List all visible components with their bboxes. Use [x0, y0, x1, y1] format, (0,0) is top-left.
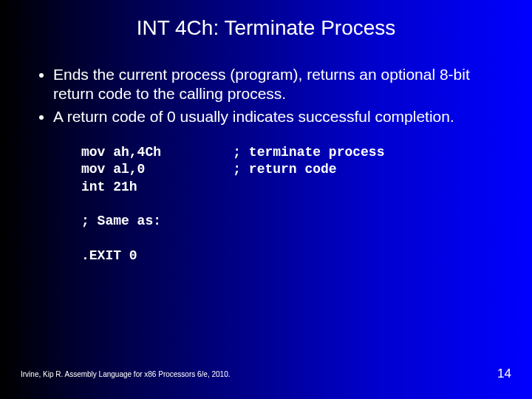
code-block: mov ah,4Ch ; terminate process mov al,0 … — [81, 144, 495, 265]
bullet-item: Ends the current process (program), retu… — [53, 65, 495, 104]
slide-title: INT 4Ch: Terminate Process — [0, 0, 532, 40]
bullet-item: A return code of 0 usually indicates suc… — [53, 107, 495, 126]
footer-citation: Irvine, Kip R. Assembly Language for x86… — [21, 370, 231, 378]
slide: INT 4Ch: Terminate Process Ends the curr… — [0, 0, 532, 399]
bullet-list: Ends the current process (program), retu… — [37, 65, 495, 126]
slide-content: Ends the current process (program), retu… — [0, 65, 532, 265]
page-number: 14 — [497, 366, 511, 381]
